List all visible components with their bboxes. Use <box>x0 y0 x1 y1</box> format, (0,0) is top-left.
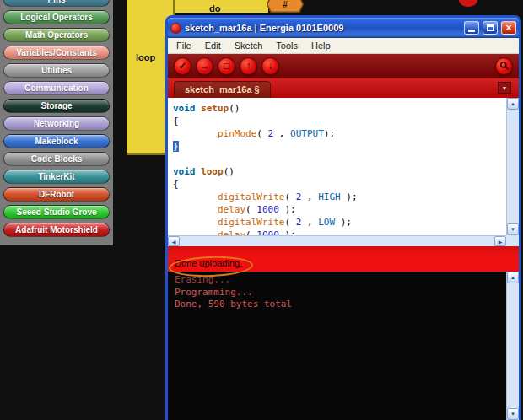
console-scroll-up-icon[interactable]: ▲ <box>507 272 519 283</box>
palette-communication[interactable]: Communication <box>3 81 110 95</box>
palette-networking[interactable]: Networking <box>3 116 110 131</box>
console-output: Erasing...Programming...Done, 590 bytes … <box>168 272 519 420</box>
save-button[interactable]: ↓ <box>262 57 279 75</box>
code-line: delay( 1000 ); <box>173 203 506 216</box>
serial-monitor-button[interactable] <box>495 57 513 75</box>
scroll-right-icon[interactable]: ▶ <box>494 236 506 246</box>
palette-math-operators[interactable]: Math Operators <box>3 28 110 42</box>
code-line: delay( 1000 ); <box>173 229 506 235</box>
energia-icon <box>170 23 181 34</box>
energia-window: sketch_mar16a | Energia 0101E0009 × File… <box>165 15 521 420</box>
code-editor[interactable]: void setup(){ pinMode( 2 , OUTPUT);} voi… <box>168 98 519 246</box>
console-scroll-down-icon[interactable]: ▼ <box>507 408 519 420</box>
code-line <box>173 153 506 165</box>
code-line: pinMode( 2 , OUTPUT); <box>173 127 506 140</box>
status-message: Done uploading. <box>175 258 242 268</box>
loop-block-label: loop <box>136 52 155 62</box>
titlebar[interactable]: sketch_mar16a | Energia 0101E0009 × <box>168 18 519 38</box>
tabbar: sketch_mar16a § ▼ <box>168 78 519 98</box>
block-palette: PinsLogical OperatorsMath OperatorsVaria… <box>0 0 113 245</box>
palette-code-blocks[interactable]: Code Blocks <box>3 152 110 166</box>
verify-button[interactable]: ✓ <box>174 57 191 75</box>
horizontal-scrollbar[interactable]: ◀ ▶ <box>168 235 506 246</box>
menu-sketch[interactable]: Sketch <box>228 39 270 52</box>
scroll-left-icon[interactable]: ◀ <box>168 236 180 246</box>
loop-block-top[interactable]: do <box>175 0 268 13</box>
minimize-icon <box>468 30 475 32</box>
scroll-down-icon[interactable]: ▼ <box>507 223 519 235</box>
upload-button[interactable]: → <box>196 57 213 75</box>
maximize-button[interactable] <box>483 21 498 35</box>
console-line: Erasing... <box>175 274 504 287</box>
palette-seeed-studio-grove[interactable]: Seeed Studio Grove <box>3 205 110 219</box>
close-button[interactable]: × <box>501 21 516 35</box>
vertical-scrollbar[interactable]: ▲ ▼ <box>506 98 519 235</box>
window-title: sketch_mar16a | Energia 0101E0009 <box>185 23 461 33</box>
palette-utilities[interactable]: Utilities <box>3 63 110 78</box>
background-red-button <box>459 0 477 7</box>
palette-adafruit-motorshield[interactable]: Adafruit Motorshield <box>3 223 110 237</box>
toolbar: ✓→□↑↓ <box>168 54 519 78</box>
code-text[interactable]: void setup(){ pinMode( 2 , OUTPUT);} voi… <box>168 98 506 235</box>
scroll-up-icon[interactable]: ▲ <box>507 98 519 110</box>
code-line: { <box>173 178 506 191</box>
console-line: Programming... <box>175 287 504 299</box>
palette-logical-operators[interactable]: Logical Operators <box>3 10 110 24</box>
palette-pins[interactable]: Pins <box>3 0 110 7</box>
maximize-icon <box>487 24 494 31</box>
menubar: FileEditSketchToolsHelp <box>168 38 519 54</box>
palette-makeblock[interactable]: Makeblock <box>3 134 110 148</box>
minimize-button[interactable] <box>464 21 479 35</box>
magnifier-icon <box>499 61 510 71</box>
tab-menu-button[interactable]: ▼ <box>498 82 511 94</box>
menu-tools[interactable]: Tools <box>269 39 305 52</box>
tab-sketch[interactable]: sketch_mar16a § <box>174 81 271 98</box>
palette-variables-constants[interactable]: Variables/Constants <box>3 46 110 60</box>
number-block[interactable]: # <box>267 0 304 13</box>
code-line: void setup() <box>173 102 506 115</box>
desktop: PinsLogical OperatorsMath OperatorsVaria… <box>0 0 523 420</box>
palette-tinkerkit[interactable]: TinkerKit <box>3 170 110 184</box>
palette-dfrobot[interactable]: DFRobot <box>3 187 110 202</box>
new-button[interactable]: □ <box>218 57 235 75</box>
palette-storage[interactable]: Storage <box>3 99 110 113</box>
do-label: do <box>209 3 220 14</box>
menu-file[interactable]: File <box>170 39 198 52</box>
open-button[interactable]: ↑ <box>240 57 257 75</box>
code-line: void loop() <box>173 165 506 178</box>
console-lines: Erasing...Programming...Done, 590 bytes … <box>175 274 504 311</box>
code-line: } <box>173 140 506 153</box>
console-scrollbar[interactable]: ▲ ▼ <box>506 272 519 420</box>
menu-edit[interactable]: Edit <box>198 39 228 52</box>
status-bar: Done uploading. <box>168 246 519 272</box>
console-line: Done, 590 bytes total <box>175 299 504 311</box>
number-block-label: # <box>268 0 303 12</box>
menu-help[interactable]: Help <box>305 39 337 52</box>
code-line: digitalWrite( 2 , HIGH ); <box>173 191 506 203</box>
code-line: digitalWrite( 2 , LOW ); <box>173 216 506 229</box>
code-line: { <box>173 115 506 127</box>
scrollbar-corner <box>506 235 519 246</box>
